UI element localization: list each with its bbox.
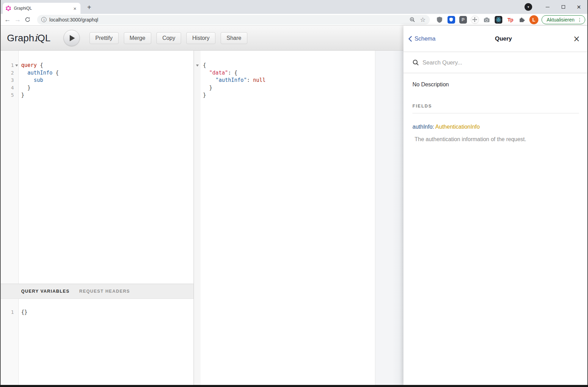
search-icon	[412, 59, 419, 66]
new-tab-button[interactable]: +	[85, 3, 93, 11]
field-description: The authentication information of the re…	[412, 136, 579, 143]
graphql-favicon-icon	[6, 6, 11, 11]
history-button[interactable]: History	[186, 32, 215, 44]
zoom-in-icon[interactable]	[409, 17, 415, 23]
site-info-icon[interactable]: i	[41, 17, 46, 22]
url-text[interactable]: localhost:3000/graphql	[49, 17, 409, 23]
back-button[interactable]: ←	[3, 15, 12, 25]
minimize-icon	[546, 7, 549, 7]
browser-toolbar: ← → i localhost:3000/graphql ☆	[0, 14, 588, 26]
fields-divider	[412, 113, 579, 113]
panel-gap	[375, 51, 403, 385]
close-icon: ×	[577, 3, 581, 10]
query-editor-gutter: 1 2 3 4 5	[1, 51, 19, 284]
doc-explorer: Schema Query × No Description FIELDS aut…	[403, 26, 588, 385]
field-row: authInfo: AuthenticationInfo	[412, 124, 579, 130]
forward-button: →	[13, 15, 22, 25]
reload-icon	[25, 17, 31, 23]
docs-search-row	[403, 52, 588, 73]
chrome-update-caret-icon[interactable]: ▼	[525, 3, 532, 11]
bookmark-star-icon[interactable]: ☆	[420, 17, 426, 23]
tab-request-headers[interactable]: REQUEST HEADERS	[79, 289, 130, 294]
browser-tab[interactable]: GraphiQL ×	[3, 3, 80, 14]
ublock-extension-icon[interactable]	[435, 15, 444, 25]
fields-heading: FIELDS	[412, 104, 579, 109]
variables-editor[interactable]: 1 {}	[1, 299, 194, 385]
execute-query-button[interactable]	[63, 30, 80, 46]
window-minimize-button[interactable]	[540, 0, 555, 14]
prettify-button[interactable]: Prettify	[90, 32, 119, 44]
maximize-icon	[562, 5, 565, 9]
copy-button[interactable]: Copy	[156, 32, 181, 44]
camera-extension-icon[interactable]	[482, 15, 492, 25]
tab-query-variables[interactable]: QUERY VARIABLES	[21, 289, 70, 294]
docs-title: Query	[436, 35, 571, 42]
result-fold-gutter	[194, 51, 201, 385]
tp-extension-icon[interactable]: Tp	[505, 15, 515, 25]
chevron-left-icon	[408, 36, 412, 42]
window-border-left	[0, 0, 1, 387]
extensions-puzzle-icon[interactable]	[517, 15, 527, 25]
variables-tab-bar: QUERY VARIABLES REQUEST HEADERS	[1, 284, 194, 299]
docs-back-link[interactable]: Schema	[408, 35, 436, 42]
extensions-row: P	[433, 15, 539, 25]
docs-content: No Description FIELDS authInfo: Authenti…	[403, 73, 588, 143]
url-bar[interactable]: i localhost:3000/graphql ☆	[37, 15, 430, 25]
window-maximize-button[interactable]	[555, 0, 571, 14]
query-code[interactable]: query { authInfo { sub } }	[19, 51, 194, 284]
doc-explorer-header: Schema Query ×	[403, 26, 588, 52]
variables-editor-gutter: 1	[1, 299, 19, 385]
play-icon	[70, 35, 75, 41]
fold-caret-icon[interactable]	[196, 64, 199, 67]
fold-caret-icon[interactable]	[15, 64, 18, 67]
result-viewer[interactable]: { "data": { "authInfo": null } }	[194, 51, 375, 385]
merge-button[interactable]: Merge	[124, 32, 151, 44]
docs-search-input[interactable]	[419, 59, 582, 66]
react-devtools-extension-icon[interactable]	[494, 15, 503, 25]
docs-close-button[interactable]: ×	[571, 35, 582, 43]
bitwarden-extension-icon[interactable]	[446, 15, 456, 25]
field-type-link[interactable]: AuthenticationInfo	[435, 124, 480, 130]
graphiql-app: GraphiQL Prettify Merge Copy History Sha…	[0, 26, 588, 385]
window-border-bottom	[0, 385, 588, 387]
browser-menu-icon[interactable]: ⋮	[577, 17, 582, 23]
tab-title: GraphiQL	[14, 6, 69, 11]
type-description: No Description	[412, 81, 579, 88]
move-tool-extension-icon[interactable]	[470, 15, 480, 25]
profile-avatar[interactable]: L	[529, 15, 539, 25]
reload-button[interactable]	[23, 15, 32, 25]
window-close-button[interactable]: ×	[571, 0, 587, 14]
field-name-link[interactable]: authInfo	[412, 124, 433, 130]
browser-titlebar: GraphiQL × + ▼ ×	[0, 0, 588, 14]
share-button[interactable]: Share	[221, 32, 247, 44]
graphiql-topbar: GraphiQL Prettify Merge Copy History Sha…	[0, 26, 403, 51]
result-code: { "data": { "authInfo": null } }	[201, 51, 375, 385]
tab-close-icon[interactable]: ×	[72, 6, 78, 11]
query-editor[interactable]: 1 2 3 4 5 query { authInfo { sub } }	[1, 51, 194, 284]
p-extension-icon[interactable]: P	[458, 15, 468, 25]
graphiql-logo: GraphiQL	[7, 32, 51, 44]
update-button[interactable]: Aktualisieren ⋮	[542, 15, 585, 24]
